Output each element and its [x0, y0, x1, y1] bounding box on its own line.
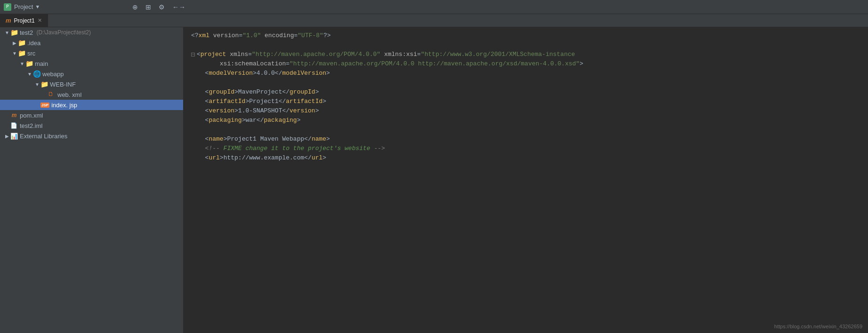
iml-file-icon: 📄	[10, 122, 18, 129]
code-line-13: <!-- FIXME change it to the project's we…	[184, 145, 868, 154]
code-line-5: <modelVersion>4.0.0</modelVersion>	[184, 70, 868, 79]
editor-area[interactable]: <?xml version="1.0" encoding="UTF-8"?> −…	[184, 27, 868, 333]
sidebar-item-webxml[interactable]: 🗋 web. xml	[0, 89, 183, 100]
sidebar-item-pomxml[interactable]: m pom.xml	[0, 110, 183, 120]
sidebar-label-webapp: webapp	[42, 71, 64, 78]
code-line-6	[184, 79, 868, 88]
sidebar-label-iml: test2.iml	[20, 122, 42, 129]
project-dropdown[interactable]: ▼	[36, 4, 39, 10]
sidebar-item-test2[interactable]: 📁 test2 (D:\JavaProject\test2)	[0, 27, 183, 38]
code-line-12: <name>Project1 Maven Webapp</name>	[184, 135, 868, 145]
sidebar-item-webinf[interactable]: 📁 WEB-INF	[0, 79, 183, 89]
sidebar: 📁 test2 (D:\JavaProject\test2) 📁 .idea 📁…	[0, 27, 184, 333]
sidebar-label-webinf: WEB-INF	[50, 81, 76, 88]
folder-icon-src: 📁	[18, 49, 25, 57]
sidebar-label-test2: test2	[20, 29, 33, 36]
code-line-9: <version>1.0-SNAPSHOT</version>	[184, 107, 868, 117]
code-line-4: xsi:schemaLocation="http://maven.apache.…	[184, 60, 868, 70]
tab-project1[interactable]: m Project1 ✕	[0, 14, 48, 27]
code-line-11	[184, 126, 868, 135]
navigate-icon[interactable]: ←→	[170, 2, 187, 12]
project-icon: P	[4, 3, 11, 11]
fold-marker[interactable]: −	[191, 53, 195, 56]
sidebar-item-iml[interactable]: 📄 test2.iml	[0, 120, 183, 131]
code-line-7: <groupId>MavenProject</groupId>	[184, 88, 868, 98]
sidebar-label-src: src	[27, 50, 35, 57]
sidebar-item-src[interactable]: 📁 src	[0, 48, 183, 58]
code-line-2	[184, 41, 868, 51]
code-line-10: <packaging>war</packaging>	[184, 117, 868, 126]
title-bar: P Project ▼ ⊕ ⊞ ⚙ ←→	[0, 0, 868, 14]
code-line-3: −<project xmlns="http://maven.apache.org…	[184, 51, 868, 60]
sidebar-item-extlibs[interactable]: 📊 External Libraries	[0, 131, 183, 141]
xml-file-icon: 🗋	[48, 91, 56, 98]
arrow-src	[11, 51, 18, 56]
extlibs-icon: 📊	[10, 133, 18, 140]
sidebar-item-indexjsp[interactable]: JSP index. jsp	[0, 100, 183, 110]
code-line-8: <artifactId>Project1</artifactId>	[184, 98, 868, 107]
structure-icon[interactable]: ⊞	[144, 2, 153, 12]
title-bar-left: P Project ▼ ⊕ ⊞ ⚙ ←→	[4, 2, 187, 12]
watermark: https://blog.csdn.net/weixin_43262659	[774, 324, 862, 329]
project-label: Project	[14, 3, 33, 10]
tab-close-button[interactable]: ✕	[38, 17, 42, 24]
code-line-1: <?xml version="1.0" encoding="UTF-8"?>	[184, 32, 868, 41]
arrow-extlibs	[4, 134, 10, 139]
code-line-14: <url>http://www.example.com</url>	[184, 154, 868, 164]
sidebar-label-webxml: web. xml	[57, 91, 81, 98]
toolbar-icons: ⊕ ⊞ ⚙ ←→	[130, 2, 187, 12]
sidebar-item-idea[interactable]: 📁 .idea	[0, 38, 183, 48]
sync-icon[interactable]: ⊕	[130, 2, 140, 12]
folder-icon-main: 📁	[25, 60, 33, 67]
sidebar-label-indexjsp: index. jsp	[51, 102, 77, 109]
sidebar-label-extlibs: External Libraries	[20, 133, 67, 140]
sidebar-path-test2: (D:\JavaProject\test2)	[35, 29, 91, 36]
arrow-webinf	[34, 82, 40, 87]
sidebar-label-main: main	[35, 60, 48, 67]
arrow-idea	[11, 40, 18, 46]
tab-bar: m Project1 ✕	[0, 14, 868, 27]
main-layout: 📁 test2 (D:\JavaProject\test2) 📁 .idea 📁…	[0, 27, 868, 333]
settings-icon[interactable]: ⚙	[157, 2, 167, 12]
sidebar-item-main[interactable]: 📁 main	[0, 58, 183, 69]
folder-icon-webapp: 🌐	[33, 70, 40, 78]
sidebar-label-idea: .idea	[27, 40, 40, 47]
maven-file-icon: m	[10, 112, 18, 119]
arrow-webapp	[26, 71, 33, 77]
folder-icon-test2: 📁	[10, 29, 18, 36]
jsp-file-icon: JSP	[40, 103, 49, 108]
xml-decl-tag: xml	[199, 32, 209, 39]
arrow-test2	[4, 30, 10, 35]
folder-icon-webinf: 📁	[40, 80, 48, 88]
sidebar-item-webapp[interactable]: 🌐 webapp	[0, 69, 183, 79]
tab-label: Project1	[14, 17, 35, 24]
xml-bracket-open: <?	[191, 32, 199, 39]
folder-icon-idea: 📁	[18, 39, 25, 47]
sidebar-label-pomxml: pom.xml	[20, 112, 43, 119]
arrow-main	[19, 61, 25, 66]
tab-m-icon: m	[6, 17, 11, 24]
